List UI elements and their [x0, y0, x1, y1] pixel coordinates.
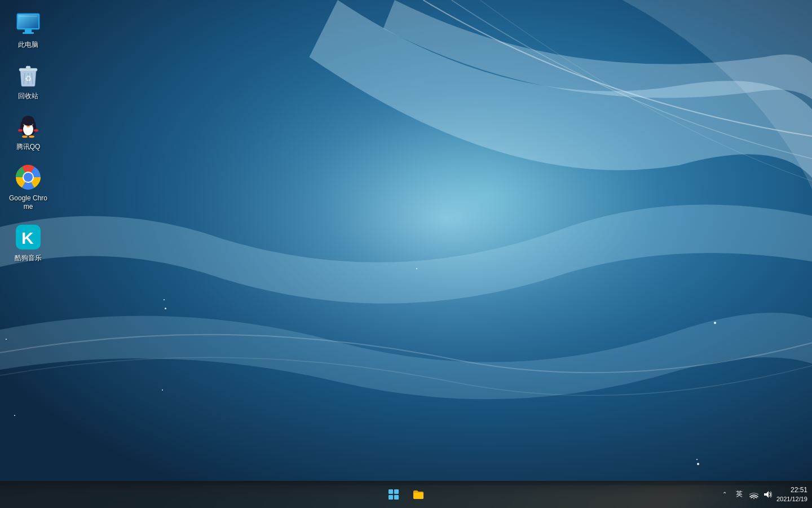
desktop-icon-kuwo-label: 酷狗音乐: [15, 254, 42, 263]
desktop-icon-chrome-label: Google Chrome: [8, 194, 48, 212]
desktop-icon-qq-label: 腾讯QQ: [16, 143, 41, 152]
svg-point-27: [22, 116, 34, 126]
svg-rect-6: [23, 32, 34, 34]
desktop-icon-recycle-bin-label: 回收站: [18, 92, 38, 101]
monitor-icon: [15, 10, 42, 37]
sparkle: [162, 389, 163, 391]
sparkle: [164, 299, 165, 300]
start-button[interactable]: [382, 483, 405, 506]
svg-point-31: [24, 173, 33, 182]
svg-text:♻: ♻: [25, 74, 32, 83]
sparkle: [696, 459, 698, 460]
volume-icon[interactable]: [763, 490, 772, 499]
desktop-icon-recycle-bin[interactable]: ♻ 回收站: [6, 57, 51, 106]
sparkle: [6, 339, 7, 340]
sparkle: [165, 308, 166, 309]
folder-icon: [412, 488, 425, 501]
sparkle: [697, 463, 699, 465]
svg-rect-9: [26, 66, 30, 69]
clock-time: 22:51: [791, 486, 807, 495]
desktop: 此电脑 ♻ 回收站: [0, 0, 812, 508]
desktop-icon-this-pc-label: 此电脑: [18, 41, 38, 50]
svg-rect-24: [34, 129, 38, 132]
svg-point-34: [753, 498, 754, 499]
svg-rect-5: [25, 29, 32, 32]
datetime-display[interactable]: 22:51 2021/12/19: [776, 486, 807, 503]
taskbar-right-section: ⌃ 英 22: [720, 486, 807, 503]
svg-rect-1: [0, 0, 812, 485]
show-hidden-icons-button[interactable]: ⌃: [720, 490, 729, 498]
qq-icon: [15, 112, 42, 139]
clock-date: 2021/12/19: [776, 495, 807, 503]
windows-logo-icon: [389, 489, 399, 500]
recycle-bin-icon: ♻: [15, 62, 42, 89]
taskbar: ⌃ 英 22: [0, 481, 812, 508]
svg-text:K: K: [21, 229, 34, 247]
svg-rect-0: [0, 0, 812, 485]
file-explorer-button[interactable]: [407, 483, 430, 506]
svg-point-25: [22, 135, 28, 138]
svg-rect-23: [18, 129, 23, 132]
desktop-icon-chrome[interactable]: Google Chrome: [6, 159, 51, 216]
taskbar-center-section: [382, 483, 430, 506]
svg-rect-7: [19, 16, 37, 17]
wallpaper-waves: [0, 0, 812, 485]
kuwo-icon: K: [15, 224, 42, 251]
chrome-icon: [15, 164, 42, 191]
desktop-icon-this-pc[interactable]: 此电脑: [6, 6, 51, 54]
desktop-icon-qq[interactable]: 腾讯QQ: [6, 108, 51, 156]
sparkle: [14, 415, 15, 416]
network-icon[interactable]: [749, 490, 758, 499]
desktop-icons-column: 此电脑 ♻ 回收站: [6, 6, 51, 268]
svg-point-26: [29, 135, 34, 138]
desktop-icon-kuwo[interactable]: K 酷狗音乐: [6, 219, 51, 268]
sparkle: [714, 322, 716, 324]
sparkle: [416, 268, 417, 269]
language-indicator[interactable]: 英: [734, 488, 745, 500]
